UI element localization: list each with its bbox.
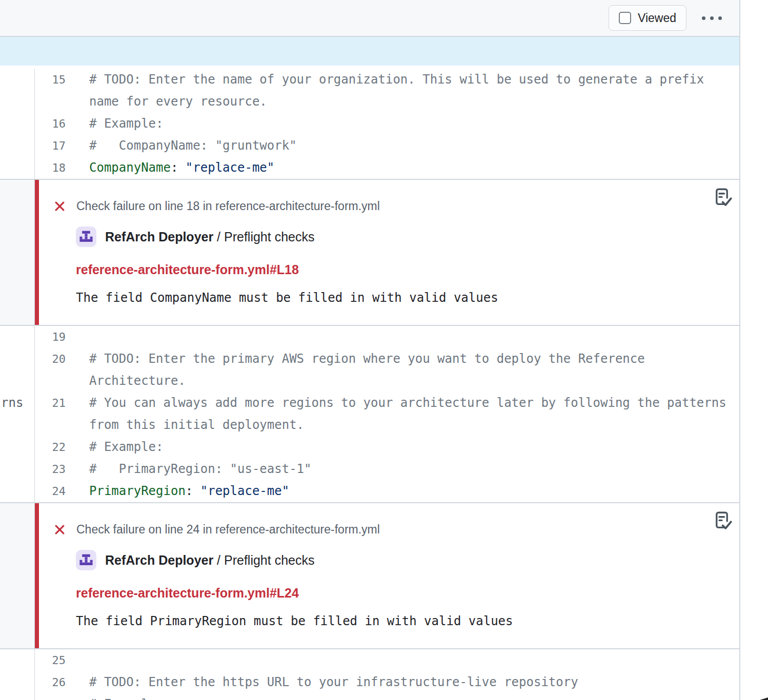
code-line-row: from this initial deployment. [0, 414, 739, 436]
code-line-row: 15 # TODO: Enter the name of your organi… [0, 69, 739, 91]
left-gutter [0, 91, 35, 113]
code-line-row: 25 [0, 649, 739, 671]
line-number[interactable] [35, 414, 72, 436]
annotation-message: The field CompanyName must be filled in … [76, 291, 739, 305]
left-gutter [0, 157, 35, 179]
code-line-content: # Example: [72, 693, 739, 700]
viewed-button[interactable]: Viewed [609, 5, 686, 31]
code-line-content: Architecture. [72, 370, 739, 392]
code-line-content: # PrimaryRegion: "us-east-1" [72, 458, 739, 480]
annotation-header: Check failure on line 24 in reference-ar… [54, 503, 739, 537]
kebab-dot-icon [702, 16, 705, 20]
viewed-button-label: Viewed [638, 11, 676, 25]
annotation-message: The field PrimaryRegion must be filled i… [76, 614, 739, 628]
check-app-row: RefArch Deployer / Preflight checks [76, 227, 739, 247]
annotation-header-text: Check failure on line 18 in reference-ar… [76, 199, 380, 213]
code-line-content: # You can always add more regions to you… [72, 392, 739, 414]
line-number[interactable] [35, 370, 72, 392]
line-number[interactable]: 23 [35, 458, 72, 480]
code-line-content: # TODO: Enter the primary AWS region whe… [72, 348, 739, 370]
check-annotation-content: Check failure on line 18 in reference-ar… [39, 180, 739, 325]
code-line-row: 27 # Example: [0, 693, 739, 700]
left-gutter [0, 135, 35, 157]
line-number[interactable]: 24 [35, 480, 72, 502]
code-line-row: 20 # TODO: Enter the primary AWS region … [0, 348, 739, 370]
hunk-header-bar[interactable] [0, 37, 739, 66]
check-annotation-box: Check failure on line 24 in reference-ar… [35, 503, 739, 648]
left-gutter [0, 414, 35, 436]
check-annotation-box: Check failure on line 18 in reference-ar… [35, 180, 739, 325]
identicon-icon [79, 553, 93, 567]
left-gutter [0, 326, 35, 348]
annotation-action-button[interactable] [712, 186, 732, 211]
line-number[interactable]: 26 [35, 671, 72, 693]
check-annotation-content: Check failure on line 24 in reference-ar… [39, 503, 739, 648]
check-annotation-row: Check failure on line 18 in reference-ar… [0, 179, 739, 326]
code-line-content [72, 649, 739, 671]
annotation-file-link[interactable]: reference-architecture-form.yml#L24 [76, 586, 299, 601]
check-name: / Preflight checks [213, 553, 314, 567]
left-gutter [0, 458, 35, 480]
line-number[interactable]: 27 [35, 693, 72, 700]
check-app-row: RefArch Deployer / Preflight checks [76, 550, 739, 570]
left-gutter [0, 370, 35, 392]
check-name: / Preflight checks [213, 230, 314, 244]
file-options-menu-button[interactable] [700, 11, 724, 25]
code-line-content: # CompanyName: "gruntwork" [72, 135, 739, 157]
line-number[interactable]: 16 [35, 113, 72, 135]
line-number[interactable]: 20 [35, 348, 72, 370]
code-line-row: 17 # CompanyName: "gruntwork" [0, 135, 739, 157]
diff-file-panel: Viewed 15 # TODO: Enter the name of your… [0, 0, 740, 700]
left-pane-clipped-text: rns [1, 392, 23, 414]
diff-file-toolbar: Viewed [0, 0, 739, 37]
code-line-content: name for every resource. [72, 91, 739, 113]
code-line-row: 24 PrimaryRegion: "replace-me" [0, 480, 739, 502]
left-gutter [0, 671, 35, 693]
viewed-checkbox-icon[interactable] [619, 12, 631, 24]
code-line-row: name for every resource. [0, 91, 739, 113]
line-number[interactable]: 17 [35, 135, 72, 157]
annotation-header: Check failure on line 18 in reference-ar… [54, 180, 739, 213]
code-line-row: 18 CompanyName: "replace-me" [0, 157, 739, 179]
file-check-icon [712, 509, 732, 532]
check-app-name: RefArch Deployer [105, 553, 213, 567]
check-annotation-row: Check failure on line 24 in reference-ar… [0, 502, 739, 649]
x-failure-icon [54, 524, 66, 536]
line-number[interactable]: 15 [35, 69, 72, 91]
mouse-cursor [752, 697, 768, 700]
x-failure-icon [54, 200, 66, 212]
line-number[interactable]: 22 [35, 436, 72, 458]
check-app-name: RefArch Deployer [105, 230, 213, 244]
left-gutter: rns [0, 392, 35, 414]
left-gutter [0, 69, 35, 91]
annotation-file-link[interactable]: reference-architecture-form.yml#L18 [76, 262, 299, 277]
code-line-row: 23 # PrimaryRegion: "us-east-1" [0, 458, 739, 480]
code-line-row: 22 # Example: [0, 436, 739, 458]
left-gutter [0, 180, 35, 325]
line-number[interactable]: 19 [35, 326, 72, 348]
code-line-content: # TODO: Enter the https URL to your infr… [72, 671, 739, 693]
code-line-content: from this initial deployment. [72, 414, 739, 436]
code-line-content: # Example: [72, 436, 739, 458]
kebab-dot-icon [710, 16, 714, 20]
code-line-row: Architecture. [0, 370, 739, 392]
annotation-action-button[interactable] [712, 509, 732, 534]
refarch-deployer-avatar [76, 227, 96, 247]
line-number[interactable] [35, 91, 72, 113]
left-gutter [0, 348, 35, 370]
code-line-content: # Example: [72, 113, 739, 135]
kebab-dot-icon [718, 16, 722, 20]
code-line-row: 19 [0, 326, 739, 348]
left-gutter [0, 649, 35, 671]
line-number[interactable]: 18 [35, 157, 72, 179]
line-number[interactable]: 25 [35, 649, 72, 671]
code-line-row: 16 # Example: [0, 113, 739, 135]
file-check-icon [712, 186, 732, 209]
identicon-icon [79, 230, 93, 243]
line-number[interactable]: 21 [35, 392, 72, 414]
diff-rows: 15 # TODO: Enter the name of your organi… [0, 66, 739, 700]
code-line-content [72, 326, 739, 348]
code-line-row: rns 21 # You can always add more regions… [0, 392, 739, 414]
left-gutter [0, 693, 35, 700]
left-gutter [0, 480, 35, 502]
